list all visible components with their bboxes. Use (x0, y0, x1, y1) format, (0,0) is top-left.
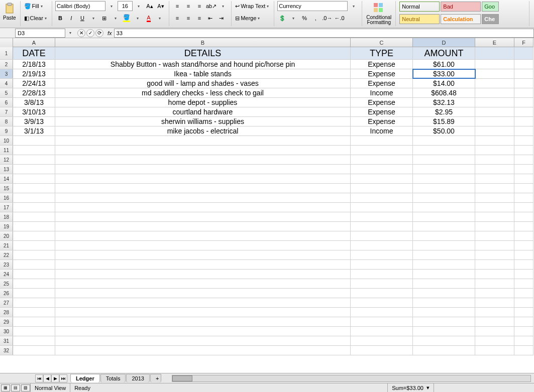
row-header-28[interactable]: 28 (0, 308, 13, 317)
cell-e13[interactable] (475, 165, 514, 174)
col-header-f[interactable]: F (514, 38, 533, 47)
cell-f22[interactable] (514, 250, 533, 259)
cell-f21[interactable] (514, 241, 533, 250)
cell-b16[interactable] (55, 193, 351, 202)
cell-b29[interactable] (55, 317, 351, 326)
cell-a3[interactable]: 2/19/13 (13, 69, 55, 78)
cell-c23[interactable] (351, 260, 413, 269)
cell-b32[interactable] (55, 346, 351, 355)
scrollbar-thumb[interactable] (172, 375, 192, 381)
decrease-font-button[interactable]: A▾ (156, 1, 166, 11)
font-size-select[interactable] (118, 1, 133, 11)
cell-c3[interactable]: Expense (351, 69, 413, 78)
select-all-corner[interactable] (0, 38, 13, 47)
cell-e9[interactable] (475, 126, 514, 136)
cell-c16[interactable] (351, 193, 413, 202)
cell-e10[interactable] (475, 136, 514, 145)
cell-c13[interactable] (351, 165, 413, 174)
cell-a2[interactable]: 2/18/13 (13, 60, 55, 69)
cell-b6[interactable]: home depot - supplies (55, 98, 351, 107)
row-header-14[interactable]: 14 (0, 174, 13, 183)
row-header-18[interactable]: 18 (0, 212, 13, 221)
cell-d16[interactable] (413, 193, 475, 202)
cell-a6[interactable]: 3/8/13 (13, 98, 55, 107)
fill-color-button[interactable]: 🪣 (122, 13, 132, 23)
style-normal[interactable]: Normal (399, 2, 440, 12)
insert-function-button[interactable]: ⟳ (95, 29, 103, 37)
cell-f29[interactable] (514, 317, 533, 326)
cell-a27[interactable] (13, 298, 55, 307)
cell-b13[interactable] (55, 165, 351, 174)
align-middle-button[interactable]: ≡ (183, 1, 193, 11)
row-header-1[interactable]: 1 (0, 47, 13, 59)
cell-e1[interactable] (475, 47, 514, 59)
row-header-21[interactable]: 21 (0, 241, 13, 250)
align-bottom-button[interactable]: ≡ (194, 1, 204, 11)
cell-a22[interactable] (13, 250, 55, 259)
cell-c5[interactable]: Income (351, 88, 413, 97)
cell-e8[interactable] (475, 117, 514, 126)
cell-f23[interactable] (514, 260, 533, 269)
cell-c2[interactable]: Expense (351, 60, 413, 69)
formula-bar[interactable]: 33 (114, 29, 534, 38)
cell-e18[interactable] (475, 212, 514, 221)
cancel-formula-button[interactable]: ✕ (77, 29, 85, 37)
cell-e17[interactable] (475, 203, 514, 212)
cell-c4[interactable]: Expense (351, 79, 413, 88)
cell-b5[interactable]: md saddlery checks - less check to gail (55, 88, 351, 97)
currency-button[interactable]: 💲 (277, 13, 287, 23)
col-header-b[interactable]: B (55, 38, 351, 47)
cell-c12[interactable] (351, 155, 413, 164)
cell-a12[interactable] (13, 155, 55, 164)
cell-d12[interactable] (413, 155, 475, 164)
cell-e3[interactable] (475, 69, 514, 78)
cell-d6[interactable]: $32.13 (413, 98, 475, 107)
row-header-32[interactable]: 32 (0, 346, 13, 355)
tab-prev-button[interactable]: ◀ (43, 374, 51, 382)
cell-a31[interactable] (13, 336, 55, 345)
style-bad[interactable]: Bad (441, 2, 481, 12)
normal-view-button[interactable]: ▦ (1, 384, 10, 391)
cell-f26[interactable] (514, 289, 533, 298)
col-header-d[interactable]: D (413, 38, 475, 47)
cell-f18[interactable] (514, 212, 533, 221)
cell-e2[interactable] (475, 60, 514, 69)
sheet-tab-2013[interactable]: 2013 (126, 374, 149, 382)
cell-b15[interactable] (55, 184, 351, 193)
row-header-17[interactable]: 17 (0, 203, 13, 212)
row-header-8[interactable]: 8 (0, 117, 13, 126)
cell-e26[interactable] (475, 289, 514, 298)
cell-b27[interactable] (55, 298, 351, 307)
page-break-view-button[interactable]: ▧ (21, 384, 30, 391)
align-top-button[interactable]: ≡ (172, 1, 182, 11)
row-header-5[interactable]: 5 (0, 88, 13, 97)
cell-e6[interactable] (475, 98, 514, 107)
cell-c26[interactable] (351, 289, 413, 298)
cell-d14[interactable] (413, 174, 475, 183)
cell-a28[interactable] (13, 308, 55, 317)
decrease-decimal-button[interactable]: ←.0 (334, 13, 345, 23)
cell-d5[interactable]: $608.48 (413, 88, 475, 97)
cell-a1[interactable]: DATE (13, 47, 55, 59)
cell-d7[interactable]: $2.95 (413, 107, 475, 116)
row-header-29[interactable]: 29 (0, 317, 13, 326)
cell-d18[interactable] (413, 212, 475, 221)
cell-e21[interactable] (475, 241, 514, 250)
underline-dropdown[interactable]: ▾ (88, 13, 98, 23)
cell-b19[interactable] (55, 222, 351, 231)
clear-button[interactable]: ◧Clear▾ (24, 13, 49, 23)
cell-b11[interactable] (55, 146, 351, 155)
cell-b12[interactable] (55, 155, 351, 164)
cell-c28[interactable] (351, 308, 413, 317)
increase-decimal-button[interactable]: .0→ (322, 13, 333, 23)
cell-c9[interactable]: Income (351, 126, 413, 136)
cell-f12[interactable] (514, 155, 533, 164)
cell-d13[interactable] (413, 165, 475, 174)
cell-d2[interactable]: $61.00 (413, 60, 475, 69)
row-header-16[interactable]: 16 (0, 193, 13, 202)
cell-d25[interactable] (413, 279, 475, 288)
font-color-dropdown[interactable]: ▾ (155, 13, 165, 23)
style-check[interactable]: Che (482, 14, 499, 24)
cell-d23[interactable] (413, 260, 475, 269)
percent-button[interactable]: % (299, 13, 309, 23)
